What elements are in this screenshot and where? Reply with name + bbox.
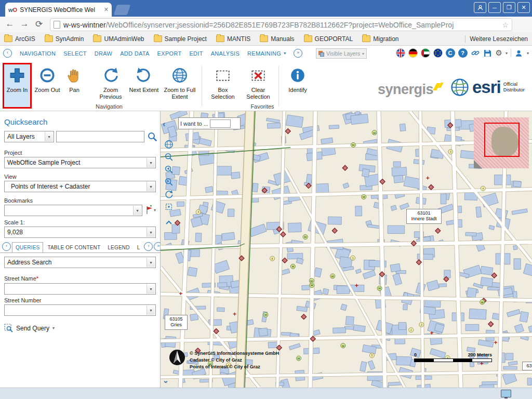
browser-tab[interactable]: wO SYNERGIS WebOffice Wel ✕: [5, 3, 112, 17]
district-label: 63101Innere Stadt: [406, 209, 442, 224]
chevron-down-icon: ▾: [362, 51, 364, 56]
add-bookmark-flag-icon[interactable]: [145, 205, 153, 217]
bookmark-item[interactable]: GEOPORTAL: [304, 35, 353, 43]
bookmark-star-icon[interactable]: ☆: [502, 21, 509, 29]
query-type-select[interactable]: Address Search▾: [4, 257, 156, 268]
menu-item-draw[interactable]: DRAW: [95, 50, 112, 57]
tab-close-icon[interactable]: ✕: [104, 6, 109, 13]
settings-gear-icon[interactable]: ⚙: [496, 48, 502, 58]
box-selection-button[interactable]: Box Selection: [207, 65, 239, 100]
map-zoom-previous-icon[interactable]: [164, 164, 174, 175]
sidebar-collapse-icon[interactable]: ‹: [163, 119, 165, 129]
map-viewport[interactable]: HHHHHHHHHHHHHH4434533842 ‹ I want to ...: [161, 111, 532, 388]
help-icon[interactable]: ?: [458, 48, 468, 58]
menu-scroll-right-icon[interactable]: »: [294, 49, 302, 58]
forward-icon[interactable]: →: [19, 19, 30, 29]
chevron-down-icon[interactable]: ▾: [154, 208, 156, 212]
maximize-button[interactable]: ❐: [503, 2, 515, 13]
bookmarks-select[interactable]: ▾: [4, 205, 142, 216]
map-zoom-next-icon[interactable]: [164, 177, 174, 187]
zoom-in-button[interactable]: Zoom In: [4, 65, 30, 94]
map-refresh-icon[interactable]: [164, 189, 174, 200]
chevron-down-icon[interactable]: ▾: [52, 326, 55, 330]
bookmark-item[interactable]: Manuals: [260, 35, 294, 43]
profile-icon[interactable]: [474, 2, 486, 13]
url-text[interactable]: w-ws-wintner/WebOffice/synserver;jsessio…: [63, 21, 500, 29]
street-name-select[interactable]: ▾: [4, 283, 156, 295]
send-query-button[interactable]: Send Query ▾: [4, 324, 55, 332]
chevron-down-icon: ▾: [147, 158, 155, 167]
tab-legend[interactable]: LEGEND: [104, 243, 132, 252]
overview-extent-rectangle[interactable]: [484, 123, 520, 157]
chevron-down-icon: ▾: [147, 258, 155, 267]
menu-item-navigation[interactable]: NAVIGATION: [20, 50, 56, 57]
chevron-down-icon[interactable]: ▾: [506, 51, 508, 56]
map-tools-collapse-up-icon[interactable]: [164, 217, 174, 228]
search-icon[interactable]: [147, 131, 157, 144]
menu-item-edit[interactable]: EDIT: [189, 50, 203, 57]
screen-share-icon[interactable]: [501, 390, 511, 397]
identify-button[interactable]: Identify: [284, 65, 312, 94]
bookmark-item[interactable]: UMAdminWeb: [93, 35, 144, 43]
menu-item-remaining[interactable]: REMAINING: [247, 50, 281, 57]
link-icon[interactable]: [471, 48, 480, 58]
clear-selection-button[interactable]: Clear Selection: [242, 65, 274, 100]
layer-filter-select[interactable]: All Layers▾: [4, 131, 54, 142]
project-select[interactable]: WebOffice Sample Project▾: [4, 157, 156, 168]
tabs-scroll-right-icon[interactable]: ›: [144, 242, 153, 251]
chevron-down-icon: ▾: [133, 206, 141, 215]
svg-text:3: 3: [450, 150, 451, 153]
zoom-out-button[interactable]: Zoom Out: [34, 65, 60, 94]
overview-map[interactable]: [474, 117, 529, 168]
street-number-select[interactable]: ▾: [4, 304, 156, 316]
menu-item-export[interactable]: EXPORT: [157, 50, 182, 57]
language-flag-eu-icon[interactable]: [433, 48, 443, 58]
copyright-icon[interactable]: C: [446, 48, 455, 58]
bookmark-item[interactable]: Sample Project: [154, 35, 207, 43]
save-icon[interactable]: [483, 48, 493, 58]
menu-scroll-left-icon[interactable]: ‹: [3, 49, 12, 58]
tab-queries[interactable]: QUERIES: [12, 242, 43, 253]
view-select[interactable]: Points of Interest + Cadaster▾: [4, 181, 156, 192]
language-flag-uk-icon[interactable]: [396, 48, 405, 58]
other-bookmarks[interactable]: Weitere Lesezeichen: [465, 35, 528, 43]
reload-icon[interactable]: ⟳: [33, 19, 45, 30]
menu-item-add-data[interactable]: ADD DATA: [120, 50, 149, 57]
minimize-button[interactable]: ─: [488, 2, 501, 13]
i-want-to-input[interactable]: [210, 119, 231, 128]
next-extent-button[interactable]: Next Extent: [129, 65, 159, 94]
language-flag-germany-icon[interactable]: [408, 48, 418, 58]
close-button[interactable]: ✕: [517, 2, 530, 13]
bookmark-item[interactable]: SynAdmin: [45, 35, 84, 43]
tabs-scroll-end-icon[interactable]: »: [154, 242, 161, 251]
svg-text:H: H: [292, 265, 294, 268]
synergis-logo: synergis: [378, 82, 442, 98]
tab-table-of-content[interactable]: TABLE OF CONTENT: [44, 243, 103, 252]
box-selection-icon: [207, 65, 239, 86]
back-icon[interactable]: ←: [4, 19, 16, 29]
user-menu-icon[interactable]: [514, 48, 524, 58]
tab-clipped[interactable]: L: [134, 243, 143, 252]
new-tab-button[interactable]: [114, 5, 130, 15]
scale-select[interactable]: 9,028▾: [4, 227, 156, 238]
language-flag-uae-icon[interactable]: [421, 48, 430, 58]
tabs-scroll-left-icon[interactable]: ‹: [2, 242, 11, 251]
pan-button[interactable]: Pan: [62, 65, 86, 94]
map-zoom-out-icon[interactable]: [164, 152, 174, 162]
zoom-previous-button[interactable]: Zoom Previous: [96, 65, 126, 100]
overview-toggle-icon[interactable]: [474, 160, 482, 168]
bookmark-item[interactable]: Migration: [362, 35, 398, 43]
i-want-to-widget[interactable]: I want to ...: [178, 117, 241, 129]
bookmark-item[interactable]: ArcGIS: [4, 35, 35, 43]
address-bar[interactable]: w-ws-wintner/WebOffice/synserver;jsessio…: [50, 18, 512, 31]
menu-item-analysis[interactable]: ANALYSIS: [211, 50, 240, 57]
visible-layers-dropdown[interactable]: Visible Layers ▾: [316, 48, 367, 59]
menu-item-select[interactable]: SELECT: [63, 50, 87, 57]
bookmark-item[interactable]: MANTIS: [216, 35, 250, 43]
quicksearch-input[interactable]: [56, 131, 144, 142]
map-full-extent-icon[interactable]: [164, 202, 174, 212]
zoom-full-extent-button[interactable]: Zoom to Full Extent: [162, 65, 197, 100]
chevron-down-icon[interactable]: ▾: [527, 51, 529, 56]
map-panel-collapse-down-icon[interactable]: ⌄: [163, 376, 169, 384]
map-globe-icon[interactable]: [164, 139, 174, 150]
